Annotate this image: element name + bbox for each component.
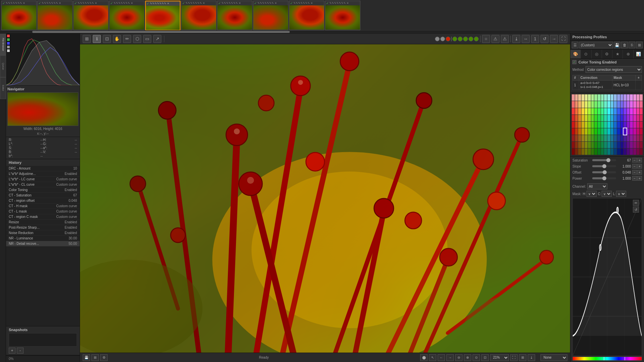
history-item-4[interactable]: Color ToningEnabled bbox=[6, 187, 80, 193]
palette-cell-4-20[interactable] bbox=[637, 122, 640, 128]
tool-arrow-button[interactable]: → bbox=[550, 35, 558, 43]
palette-cell-8-6[interactable] bbox=[591, 148, 594, 155]
history-item-6[interactable]: CT - region offset0.048 bbox=[6, 198, 80, 203]
curve-edit-reset-button[interactable]: ↺ bbox=[633, 207, 639, 213]
palette-cell-4-3[interactable] bbox=[581, 122, 585, 128]
tab-queue[interactable]: Queue bbox=[0, 55, 6, 77]
palette-cell-1-12[interactable] bbox=[611, 101, 614, 107]
palette-cell-8-8[interactable] bbox=[598, 148, 601, 155]
palette-cell-8-11[interactable] bbox=[607, 148, 610, 155]
tool-expand-button[interactable]: ⊞ bbox=[83, 35, 91, 43]
palette-cell-8-12[interactable] bbox=[611, 148, 614, 155]
palette-cell-5-7[interactable] bbox=[594, 128, 597, 135]
palette-cell-5-10[interactable] bbox=[604, 128, 607, 135]
palette-cell-1-0[interactable] bbox=[572, 101, 575, 107]
zoom-arrow-button[interactable]: ← bbox=[438, 354, 445, 361]
palette-cell-6-8[interactable] bbox=[598, 135, 601, 141]
palette-cell-5-6[interactable] bbox=[591, 128, 594, 135]
palette-cell-3-14[interactable] bbox=[617, 115, 620, 121]
history-item-13[interactable]: NR - Luminance30.00 bbox=[6, 236, 80, 241]
offset-minus[interactable]: − bbox=[632, 170, 637, 175]
palette-cell-1-16[interactable] bbox=[623, 101, 627, 107]
palette-cell-2-7[interactable] bbox=[594, 108, 597, 115]
slope-minus[interactable]: − bbox=[632, 164, 637, 169]
film-thumb-10[interactable]: ✓ ✎✎✎✎✎✎✎ ✕ bbox=[325, 1, 360, 30]
tool-preview-button[interactable]: ⊡ bbox=[103, 35, 111, 43]
palette-cell-0-2[interactable] bbox=[578, 94, 581, 101]
palette-cell-6-17[interactable] bbox=[627, 135, 630, 141]
palette-cell-7-21[interactable] bbox=[640, 142, 643, 148]
curve-area[interactable]: ✏ ↺ bbox=[572, 198, 642, 356]
status-save-button[interactable]: 💾 bbox=[83, 354, 90, 361]
mask-l-select[interactable]: ∨ bbox=[616, 191, 626, 197]
tool-warning1-button[interactable]: ⚠ bbox=[491, 35, 499, 43]
palette-cell-7-7[interactable] bbox=[594, 142, 597, 148]
palette-cell-2-21[interactable] bbox=[640, 108, 643, 115]
palette-cell-4-17[interactable] bbox=[627, 122, 630, 128]
palette-cell-6-0[interactable] bbox=[572, 135, 575, 141]
history-item-1[interactable]: L*a*b* Adjustme...Enabled bbox=[6, 171, 80, 177]
palette-cell-0-4[interactable] bbox=[585, 94, 588, 101]
pp-delete-button[interactable]: 🗑 bbox=[621, 42, 628, 48]
tool-circle-button[interactable]: ○ bbox=[482, 35, 490, 43]
palette-cell-0-15[interactable] bbox=[620, 94, 623, 101]
pp-paste-button[interactable]: ⊞ bbox=[636, 42, 643, 48]
palette-cell-4-0[interactable] bbox=[572, 122, 575, 128]
palette-cell-3-16[interactable] bbox=[623, 115, 627, 121]
palette-cell-6-16[interactable] bbox=[623, 135, 627, 141]
palette-cell-2-2[interactable] bbox=[578, 108, 581, 115]
tool-before-after-button[interactable]: ↺ bbox=[540, 35, 549, 43]
col-add[interactable]: + bbox=[635, 75, 642, 81]
palette-cell-0-9[interactable] bbox=[601, 94, 604, 101]
palette-cell-8-19[interactable] bbox=[633, 148, 636, 155]
palette-cell-2-5[interactable] bbox=[588, 108, 591, 115]
palette-cell-5-20[interactable] bbox=[637, 128, 640, 135]
palette-cell-8-5[interactable] bbox=[588, 148, 591, 155]
tab-raw[interactable]: 📊 bbox=[634, 50, 644, 58]
view-btn-green5[interactable] bbox=[474, 37, 479, 41]
palette-cell-2-12[interactable] bbox=[611, 108, 614, 115]
palette-cell-3-13[interactable] bbox=[614, 115, 617, 121]
palette-cell-0-21[interactable] bbox=[640, 94, 643, 101]
palette-cell-3-0[interactable] bbox=[572, 115, 575, 121]
palette-cell-5-14[interactable] bbox=[617, 128, 620, 135]
palette-cell-6-20[interactable] bbox=[637, 135, 640, 141]
tool-color-picker-button[interactable]: ⬡ bbox=[133, 35, 141, 43]
saturation-plus[interactable]: + bbox=[637, 158, 642, 163]
palette-cell-8-13[interactable] bbox=[614, 148, 617, 155]
palette-cell-6-15[interactable] bbox=[620, 135, 623, 141]
palette-cell-2-19[interactable] bbox=[633, 108, 636, 115]
film-thumb-1[interactable]: ✓ ✎✎✎✎✎✎✎ ✕ bbox=[1, 1, 37, 30]
film-thumb-8[interactable]: ✓ ✎✎✎✎✎✎✎ ✕ bbox=[253, 1, 288, 30]
palette-cell-6-21[interactable] bbox=[640, 135, 643, 141]
palette-cell-4-21[interactable] bbox=[640, 122, 643, 128]
palette-cell-1-15[interactable] bbox=[620, 101, 623, 107]
film-thumb-9[interactable]: ✓ ✎✎✎✎✎✎✎ ✕ bbox=[289, 1, 324, 30]
palette-cell-6-19[interactable] bbox=[633, 135, 636, 141]
slope-thumb[interactable] bbox=[602, 164, 606, 168]
palette-cell-4-19[interactable] bbox=[633, 122, 636, 128]
tool-fullscreen-button[interactable]: ⛶ bbox=[559, 35, 567, 43]
palette-cell-2-20[interactable] bbox=[637, 108, 640, 115]
palette-cell-2-9[interactable] bbox=[601, 108, 604, 115]
palette-cell-4-7[interactable] bbox=[594, 122, 597, 128]
zoom-out-button[interactable]: ⊖ bbox=[455, 354, 462, 361]
palette-cell-7-12[interactable] bbox=[611, 142, 614, 148]
tab-exposure[interactable]: 🎨 bbox=[570, 50, 581, 58]
palette-cell-4-12[interactable] bbox=[611, 122, 614, 128]
history-item-14[interactable]: NR - Detail recove...50.00 bbox=[6, 241, 80, 246]
palette-cell-4-18[interactable] bbox=[630, 122, 633, 128]
palette-cell-2-0[interactable] bbox=[572, 108, 575, 115]
tool-pencil-button[interactable]: ✏ bbox=[123, 35, 131, 43]
correction-row-1[interactable]: 1 a=0 b=0 S=67s=1 o=0.048,p=1 HCL b=10 bbox=[573, 81, 642, 90]
palette-cell-7-0[interactable] bbox=[572, 142, 575, 148]
saturation-thumb[interactable] bbox=[606, 158, 610, 162]
palette-cell-6-13[interactable] bbox=[614, 135, 617, 141]
view-btn-1[interactable] bbox=[435, 37, 440, 41]
palette-cell-0-6[interactable] bbox=[591, 94, 594, 101]
palette-cell-3-11[interactable] bbox=[607, 115, 610, 121]
palette-cell-7-3[interactable] bbox=[581, 142, 585, 148]
tab-advanced[interactable]: ⚙ bbox=[602, 50, 612, 58]
palette-cell-3-7[interactable] bbox=[594, 115, 597, 121]
saturation-minus[interactable]: − bbox=[632, 158, 637, 163]
